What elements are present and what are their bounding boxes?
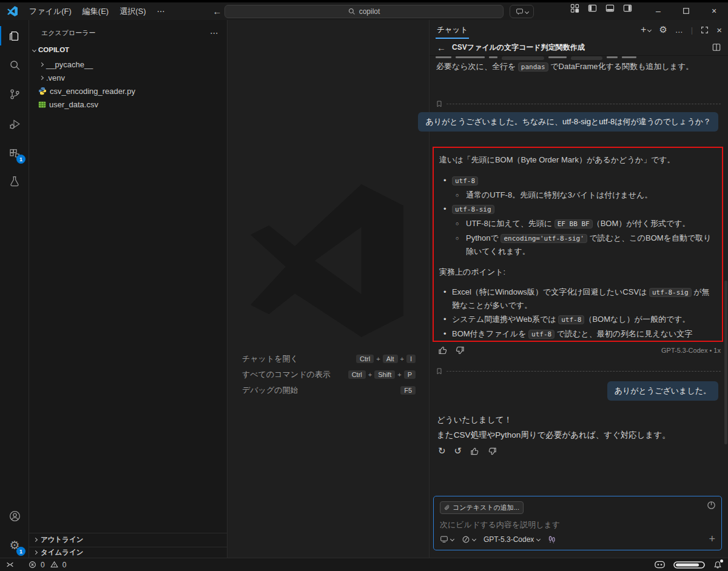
- notifications-bell-icon[interactable]: [713, 561, 722, 569]
- model-usage-label: GPT-5.3-Codex • 1x: [661, 347, 721, 354]
- key-chip: Ctrl: [356, 355, 374, 363]
- model-picker-button[interactable]: GPT-5.3-Codex: [484, 535, 540, 544]
- tab-chat[interactable]: チャット: [436, 21, 469, 39]
- status-pill-indicator[interactable]: [673, 561, 705, 569]
- window-controls: – ×: [644, 2, 728, 19]
- section-label: タイムライン: [41, 548, 84, 557]
- assistant-closing-message: どういたしまして！ またCSV処理やPython周りで必要があれば、すぐ対応しま…: [437, 412, 716, 442]
- thumbs-down-icon[interactable]: [455, 346, 465, 355]
- undo-icon[interactable]: ↺: [454, 446, 462, 456]
- paperclip-icon: [444, 504, 450, 511]
- nav-back-icon[interactable]: ←: [208, 6, 227, 16]
- voice-input-icon[interactable]: [548, 535, 556, 544]
- active-indicator: [0, 26, 1, 45]
- thumbs-down-icon[interactable]: [488, 447, 497, 456]
- timeline-section[interactable]: タイムライン: [29, 547, 227, 558]
- command-search-box[interactable]: copilot: [224, 5, 504, 18]
- menu-selection[interactable]: 選択(S): [114, 4, 151, 19]
- toggle-panel-icon[interactable]: [605, 4, 615, 13]
- chevron-down-icon: [524, 9, 528, 13]
- chat-input-box[interactable]: コンテキストの追加... 次にビルドする内容を説明します GPT-5.3-Cod…: [433, 496, 722, 550]
- plus-sign: +: [368, 371, 372, 378]
- back-icon[interactable]: ←: [437, 42, 446, 53]
- shortcut-label: デバッグの開始: [242, 385, 298, 396]
- menu-edit[interactable]: 編集(E): [77, 4, 114, 19]
- list-item: Pythonで encoding='utf-8-sig' で読むと、このBOMを…: [439, 232, 716, 258]
- copilot-status-icon[interactable]: [655, 561, 665, 569]
- shortcut-keys: F5: [400, 386, 416, 395]
- quota-gauge-icon[interactable]: [707, 501, 716, 510]
- close-panel-icon[interactable]: ×: [716, 25, 722, 35]
- sidebar-item-testing[interactable]: [0, 169, 29, 193]
- copilot-chat-panel: チャット + ⚙ … | × ← CSVファイルの文字コード判定関数作成 必要な…: [429, 20, 728, 558]
- answer-intro: 違いは「先頭にBOM（Byte Order Mark）があるかどうか」です。: [439, 153, 716, 166]
- open-in-editor-icon[interactable]: [712, 43, 721, 52]
- shortcut-label: すべてのコマンドの表示: [242, 369, 331, 380]
- add-context-label: コンテキストの追加...: [453, 503, 519, 512]
- outline-section[interactable]: アウトライン: [29, 533, 227, 546]
- section-label: アウトライン: [41, 535, 84, 544]
- sidebar-item-run-debug[interactable]: [0, 112, 29, 136]
- mode-picker-button[interactable]: [440, 535, 454, 543]
- new-chat-button[interactable]: +: [641, 24, 651, 35]
- bookmark-icon[interactable]: [436, 367, 443, 375]
- tools-picker-button[interactable]: [462, 535, 476, 544]
- problems-indicator[interactable]: 0 0: [29, 561, 66, 569]
- tree-item-venv[interactable]: .venv: [29, 71, 227, 84]
- regenerate-icon[interactable]: ↻: [438, 446, 446, 456]
- search-icon: [348, 8, 356, 15]
- copilot-titlebar-button[interactable]: [510, 5, 534, 18]
- tree-item-csv-file[interactable]: user_data.csv: [29, 98, 227, 111]
- workspace-root-label: COPILOT: [38, 46, 69, 53]
- explorer-more-icon[interactable]: ⋯: [210, 28, 218, 38]
- error-count: 0: [41, 561, 45, 569]
- shortcut-row: すべてのコマンドの表示 Ctrl+Shift+P: [242, 369, 416, 381]
- bookmark-icon[interactable]: [436, 100, 443, 108]
- remote-indicator-icon[interactable]: [6, 561, 14, 569]
- chevron-down-icon: [450, 537, 454, 541]
- list-item: BOM付きファイルを utf-8 で読むと、最初の列名に見えない文字（\ufef…: [439, 327, 716, 342]
- menu-more[interactable]: ⋯: [152, 4, 170, 19]
- activity-bar: 1 ⚙ 1: [0, 20, 29, 558]
- chat-more-icon[interactable]: …: [675, 25, 683, 35]
- list-item: utf-8-sig: [439, 202, 716, 216]
- chat-settings-gear-icon[interactable]: ⚙: [659, 24, 667, 35]
- errors-icon: [29, 561, 36, 569]
- settings-gear-button[interactable]: ⚙ 1: [0, 533, 29, 557]
- sidebar-item-extensions[interactable]: 1: [0, 141, 29, 165]
- sidebar-item-source-control[interactable]: [0, 82, 29, 106]
- sidebar-item-search[interactable]: [0, 53, 29, 77]
- chevron-right-icon: [39, 75, 44, 79]
- chat-input-placeholder[interactable]: 次にビルドする内容を説明します: [440, 519, 715, 530]
- file-name: csv_encoding_reader.py: [50, 87, 135, 96]
- add-context-button[interactable]: コンテキストの追加...: [440, 501, 524, 514]
- toggle-sidebar-icon[interactable]: [588, 4, 597, 13]
- account-button[interactable]: [0, 504, 29, 528]
- maximize-button[interactable]: [672, 2, 700, 19]
- chat-scrollbar-thumb[interactable]: [724, 281, 727, 444]
- folder-name: __pycache__: [46, 60, 93, 69]
- user-message-bubble: ありがとうございました。: [607, 381, 718, 401]
- sidebar-item-explorer[interactable]: [0, 24, 29, 48]
- tree-item-python-file[interactable]: csv_encoding_reader.py: [29, 84, 227, 98]
- thumbs-up-icon[interactable]: [470, 447, 479, 456]
- workspace-root[interactable]: COPILOT: [29, 43, 227, 56]
- user-message-bubble: ありがとうございました。ちなみに、utf-8-sigとutf-8は何が違うのでし…: [418, 112, 718, 132]
- toggle-secondary-sidebar-icon[interactable]: [623, 4, 632, 13]
- thumbs-up-icon[interactable]: [438, 346, 448, 355]
- highlighted-answer-box: 違いは「先頭にBOM（Byte Order Mark）があるかどうか」です。 u…: [433, 147, 723, 342]
- minimize-button[interactable]: –: [644, 2, 672, 19]
- shortcut-keys: Ctrl+Alt+I: [356, 355, 416, 363]
- file-name: user_data.csv: [49, 100, 98, 109]
- customize-layout-icon[interactable]: [570, 4, 579, 13]
- close-button[interactable]: ×: [700, 2, 728, 19]
- maximize-panel-icon[interactable]: [701, 26, 709, 34]
- settings-badge: 1: [16, 547, 25, 556]
- attach-plus-button[interactable]: +: [709, 533, 715, 546]
- tree-item-pycache[interactable]: __pycache__: [29, 58, 227, 71]
- response-actions-row: ↻ ↺: [438, 446, 497, 456]
- menu-file[interactable]: ファイル(F): [24, 4, 77, 19]
- chat-thread-header: ← CSVファイルの文字コード判定関数作成: [430, 39, 728, 56]
- answer-practical-title: 実務上のポイント:: [439, 265, 716, 278]
- tools-icon: [462, 535, 470, 544]
